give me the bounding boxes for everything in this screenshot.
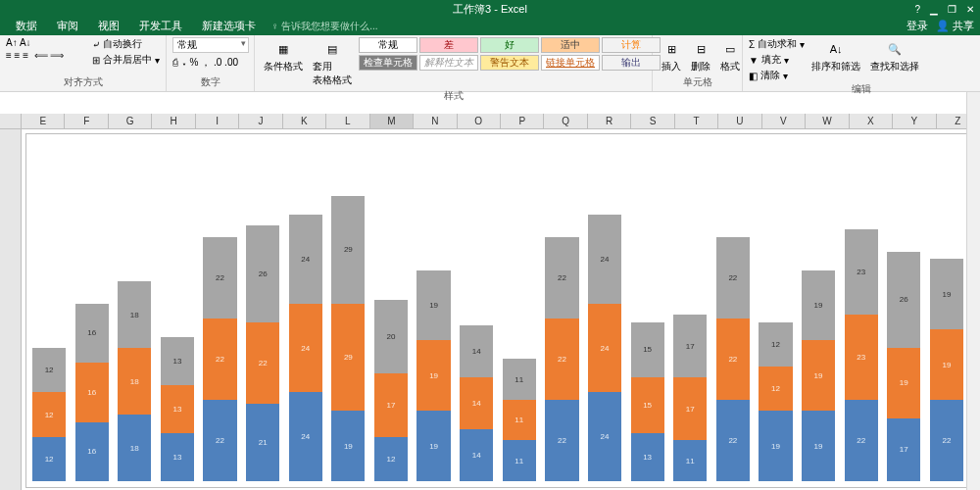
- bar-seg: 11: [503, 440, 536, 481]
- col-header-L[interactable]: L: [326, 114, 369, 128]
- bar-seg: 13: [631, 433, 664, 481]
- col-header-P[interactable]: P: [501, 114, 544, 128]
- cell-style-good[interactable]: 好: [480, 37, 539, 53]
- col-header-Y[interactable]: Y: [893, 114, 936, 128]
- bar-seg: 22: [716, 318, 750, 400]
- group-label-cells: 单元格: [659, 75, 736, 91]
- bar-seg: 11: [503, 400, 536, 441]
- bar-seg: 12: [759, 367, 792, 411]
- bar-seg: 19: [802, 340, 835, 411]
- bar-J: 212226: [246, 225, 279, 481]
- delete-icon: ⊟: [691, 39, 710, 59]
- col-header-U[interactable]: U: [718, 114, 761, 128]
- bar-seg: 13: [161, 433, 194, 481]
- col-header-J[interactable]: J: [239, 114, 282, 128]
- cell-style-warn[interactable]: 警告文本: [480, 55, 539, 71]
- bar-seg: 22: [203, 237, 236, 318]
- col-header-X[interactable]: X: [850, 114, 893, 128]
- bar-seg: 18: [118, 415, 151, 481]
- col-header-K[interactable]: K: [283, 114, 326, 128]
- col-header-H[interactable]: H: [152, 114, 195, 128]
- maximize-icon[interactable]: ❐: [948, 4, 956, 15]
- align-buttons[interactable]: ≡ ≡ ≡ ⟸ ⟹: [6, 50, 64, 61]
- share-button[interactable]: 👤 共享: [936, 19, 974, 33]
- bar-seg: 18: [118, 281, 151, 348]
- bar-seg: 22: [930, 400, 963, 481]
- bar-Y: 171926: [887, 252, 920, 481]
- bar-seg: 18: [118, 348, 151, 415]
- ribbon-tabs: 数据 审阅 视图 开发工具 新建选项卡 ♀ 告诉我您想要做什么... 登录 👤 …: [0, 18, 980, 35]
- find-select-button[interactable]: 🔍查找和选择: [867, 37, 922, 75]
- autosum-button[interactable]: Σ 自动求和 ▾: [749, 37, 805, 51]
- number-format-combo[interactable]: 常规: [172, 37, 249, 53]
- bar-seg: 26: [887, 252, 920, 348]
- col-header-G[interactable]: G: [109, 114, 152, 128]
- col-header-M[interactable]: M: [370, 114, 414, 128]
- table-format-button[interactable]: ▤ 套用 表格格式: [310, 37, 355, 89]
- bar-seg: 17: [673, 315, 707, 377]
- col-header-R[interactable]: R: [588, 114, 631, 128]
- clear-button[interactable]: ◧ 清除 ▾: [749, 69, 805, 82]
- cell-style-bad[interactable]: 差: [419, 37, 478, 53]
- group-label-number: 数字: [172, 75, 248, 91]
- col-header-Q[interactable]: Q: [544, 114, 587, 128]
- cell-style-moderate[interactable]: 适中: [541, 37, 600, 53]
- wrap-text-button[interactable]: ⤶ 自动换行: [92, 37, 160, 51]
- bar-seg: 19: [416, 270, 450, 341]
- bar-seg: 22: [545, 237, 578, 318]
- col-header-I[interactable]: I: [196, 114, 239, 128]
- bar-seg: 22: [845, 400, 878, 481]
- cell-style-check[interactable]: 检查单元格: [359, 55, 417, 71]
- bar-seg: 15: [631, 322, 664, 378]
- col-header-F[interactable]: F: [65, 114, 108, 128]
- bar-O: 141414: [460, 325, 493, 481]
- font-size-up-button[interactable]: A↑ A↓: [6, 37, 64, 48]
- bar-seg: 22: [203, 400, 236, 481]
- cell-style-link[interactable]: 链接单元格: [541, 55, 600, 71]
- format-button[interactable]: ▭格式: [717, 37, 743, 75]
- bar-seg: 24: [289, 392, 322, 481]
- tell-me[interactable]: ♀ 告诉我您想要做什么...: [271, 20, 378, 35]
- group-label-align: 对齐方式: [6, 75, 160, 91]
- bar-Z: 221919: [930, 259, 963, 481]
- bar-seg: 26: [246, 225, 279, 321]
- sort-filter-button[interactable]: A↓排序和筛选: [808, 37, 863, 75]
- window-title: 工作簿3 - Excel: [453, 2, 527, 17]
- cell-style-normal[interactable]: 常规: [359, 37, 417, 53]
- col-header-V[interactable]: V: [762, 114, 806, 128]
- conditional-format-button[interactable]: ▦ 条件格式: [261, 37, 306, 75]
- tab-new[interactable]: 新建选项卡: [192, 17, 266, 35]
- col-header-N[interactable]: N: [414, 114, 457, 128]
- help-icon[interactable]: ?: [914, 4, 920, 15]
- chart[interactable]: 1212121616161818181313132222222122262424…: [25, 133, 970, 488]
- close-icon[interactable]: ✕: [966, 4, 974, 15]
- tab-data[interactable]: 数据: [6, 17, 47, 35]
- bar-seg: 17: [887, 418, 920, 481]
- login-link[interactable]: 登录: [906, 19, 928, 33]
- tab-review[interactable]: 审阅: [47, 17, 88, 35]
- cell-style-output[interactable]: 输出: [602, 55, 661, 71]
- col-header-W[interactable]: W: [806, 114, 849, 128]
- number-format-buttons[interactable]: ⎙ ▾ % ， .0 .00: [172, 56, 238, 70]
- merge-center-button[interactable]: ⊞ 合并后居中 ▾: [92, 53, 160, 67]
- bar-E: 121212: [32, 348, 66, 481]
- insert-button[interactable]: ⊞插入: [659, 37, 684, 75]
- tab-developer[interactable]: 开发工具: [129, 17, 192, 35]
- col-header-E[interactable]: E: [22, 114, 65, 128]
- delete-button[interactable]: ⊟删除: [688, 37, 713, 75]
- table-format-icon: ▤: [322, 39, 342, 59]
- vertical-scrollbar[interactable]: [966, 92, 980, 490]
- bar-X: 222323: [845, 229, 878, 481]
- fill-button[interactable]: ▼ 填充 ▾: [749, 53, 805, 67]
- minimize-icon[interactable]: ▁: [930, 4, 938, 15]
- bar-U: 222222: [716, 237, 750, 481]
- cell-style-explain[interactable]: 解释性文本: [419, 55, 478, 71]
- bar-seg: 19: [759, 411, 792, 481]
- col-header-S[interactable]: S: [631, 114, 674, 128]
- col-header-T[interactable]: T: [675, 114, 718, 128]
- cell-style-calc[interactable]: 计算: [602, 37, 661, 53]
- col-header-O[interactable]: O: [458, 114, 501, 128]
- bar-seg: 12: [32, 437, 66, 481]
- tab-view[interactable]: 视图: [88, 17, 129, 35]
- bar-seg: 12: [374, 437, 408, 481]
